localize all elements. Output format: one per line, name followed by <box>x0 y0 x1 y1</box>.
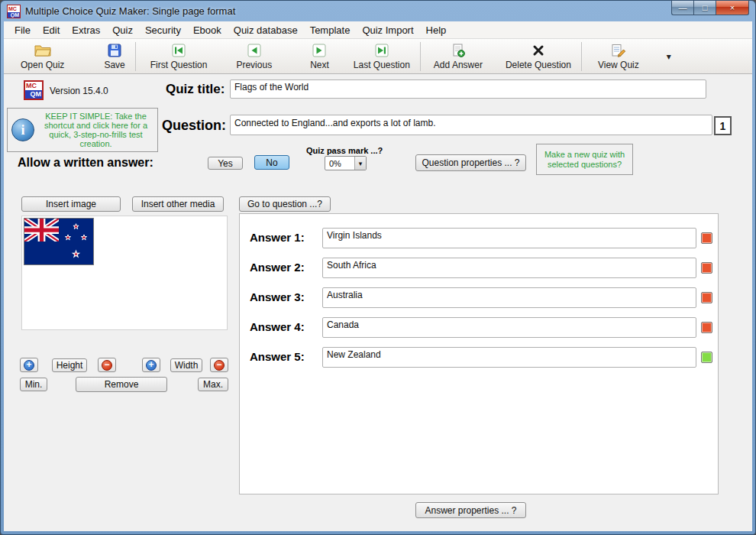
open-quiz-button[interactable]: Open Quiz <box>15 41 70 73</box>
app-logo-top-text: MC <box>25 82 42 90</box>
menu-help[interactable]: Help <box>420 22 453 38</box>
question-properties-button[interactable]: Question properties ... ? <box>415 154 526 171</box>
delete-x-icon <box>531 43 545 58</box>
remove-button[interactable]: Remove <box>76 377 167 392</box>
menu-quiz[interactable]: Quiz <box>106 22 139 38</box>
answer-1-label: Answer 1: <box>250 231 305 244</box>
app-logo-bottom-text: QM <box>25 90 42 99</box>
delete-question-button[interactable]: Delete Question <box>499 41 577 73</box>
menu-security[interactable]: Security <box>139 22 187 38</box>
toolbar-dropdown-arrow-icon[interactable]: ▾ <box>662 48 676 65</box>
title-bar: MC QM Multiple Choice Quiz Maker: Single… <box>4 1 752 21</box>
previous-arrow-icon <box>247 43 261 58</box>
combo-arrow-icon: ▾ <box>354 157 366 170</box>
next-button[interactable]: Next <box>304 41 335 73</box>
minimize-button[interactable]: — <box>671 1 693 15</box>
last-question-button[interactable]: Last Question <box>347 41 416 73</box>
app-icon-top-text: MC <box>8 5 20 12</box>
answer-1-input[interactable] <box>322 228 696 248</box>
menu-extras[interactable]: Extras <box>66 22 106 38</box>
menu-quiz-database[interactable]: Quiz database <box>228 22 304 38</box>
maximize-icon: □ <box>703 3 708 12</box>
previous-button[interactable]: Previous <box>230 41 278 73</box>
open-quiz-label: Open Quiz <box>21 60 64 70</box>
min-button[interactable]: Min. <box>20 378 47 391</box>
quiz-title-input[interactable] <box>230 79 706 99</box>
answer-row: Answer 4: <box>240 317 718 339</box>
answer-3-status-button[interactable] <box>701 292 712 303</box>
written-answer-no-button[interactable]: No <box>254 155 289 170</box>
add-page-icon <box>451 43 465 58</box>
answer-4-label: Answer 4: <box>250 320 305 333</box>
go-to-question-button[interactable]: Go to question ...? <box>239 196 331 212</box>
menu-ebook[interactable]: Ebook <box>187 22 228 38</box>
quiz-title-label: Quiz title: <box>166 82 225 97</box>
version-text: Version 15.4.0 <box>50 86 108 96</box>
next-arrow-icon <box>312 43 326 58</box>
info-icon: i <box>11 118 34 141</box>
save-floppy-icon <box>108 43 121 58</box>
app-logo: MC QM <box>24 80 44 100</box>
answer-3-input[interactable] <box>322 287 696 308</box>
toolbar: Open Quiz Save First Question Previous <box>4 39 752 74</box>
maximize-button[interactable]: □ <box>693 1 716 15</box>
question-number-badge: 1 <box>714 116 732 135</box>
app-icon-bottom-text: QM <box>8 12 20 18</box>
pass-mark-value: 0% <box>325 159 354 168</box>
make-new-quiz-link[interactable]: Make a new quiz with selected questions? <box>536 144 633 175</box>
first-question-label: First Question <box>150 60 208 70</box>
view-quiz-icon <box>611 43 626 58</box>
answer-5-status-button[interactable] <box>701 352 712 363</box>
allow-written-answer-label: Allow a written answer: <box>18 156 153 170</box>
max-button[interactable]: Max. <box>198 378 228 391</box>
open-folder-icon <box>34 43 51 58</box>
answer-3-label: Answer 3: <box>250 290 305 303</box>
answer-2-status-button[interactable] <box>701 262 712 274</box>
menu-quiz-import[interactable]: Quiz Import <box>356 22 419 38</box>
first-arrow-icon <box>172 43 186 58</box>
height-label: Height <box>52 358 87 372</box>
height-decrease-button[interactable]: − <box>98 358 116 372</box>
height-increase-button[interactable]: + <box>20 358 38 372</box>
width-label: Width <box>170 358 202 372</box>
last-arrow-icon <box>375 43 389 58</box>
delete-question-label: Delete Question <box>506 60 571 70</box>
menu-edit[interactable]: Edit <box>37 22 66 38</box>
answer-row: Answer 2: <box>240 258 718 279</box>
last-question-label: Last Question <box>354 60 410 70</box>
save-label: Save <box>104 60 124 70</box>
menu-bar: File Edit Extras Quiz Security Ebook Qui… <box>4 21 752 39</box>
view-quiz-button[interactable]: View Quiz <box>592 41 645 73</box>
insert-other-media-button[interactable]: Insert other media <box>132 196 224 212</box>
answer-4-status-button[interactable] <box>701 322 712 333</box>
view-quiz-label: View Quiz <box>598 60 639 70</box>
answer-4-input[interactable] <box>322 317 696 338</box>
question-input[interactable] <box>230 115 712 135</box>
keep-it-simple-shortcut[interactable]: i KEEP IT SIMPLE: Take the shortcut and … <box>7 108 158 152</box>
plus-icon: + <box>146 360 157 371</box>
add-answer-button[interactable]: Add Answer <box>428 41 489 73</box>
pass-mark-label: Quiz pass mark ...? <box>306 146 383 155</box>
first-question-button[interactable]: First Question <box>144 41 214 73</box>
close-button[interactable]: × <box>716 1 749 15</box>
tip-text: KEEP IT SIMPLE: Take the shortcut and cl… <box>38 112 153 148</box>
toolbar-separator <box>420 42 421 71</box>
insert-image-button[interactable]: Insert image <box>21 196 121 212</box>
answer-1-status-button[interactable] <box>701 232 712 244</box>
answer-5-label: Answer 5: <box>250 350 305 363</box>
plus-icon: + <box>24 360 34 371</box>
width-decrease-button[interactable]: − <box>210 358 228 372</box>
pass-mark-select[interactable]: 0% ▾ <box>325 156 367 170</box>
toolbar-separator <box>581 42 582 71</box>
add-answer-label: Add Answer <box>434 60 483 70</box>
save-button[interactable]: Save <box>98 41 131 73</box>
menu-template[interactable]: Template <box>304 22 357 38</box>
answer-2-input[interactable] <box>322 258 696 278</box>
answer-5-input[interactable] <box>322 347 696 368</box>
client-area: File Edit Extras Quiz Security Ebook Qui… <box>4 21 752 531</box>
width-increase-button[interactable]: + <box>142 358 160 372</box>
app-icon: MC QM <box>7 5 21 18</box>
menu-file[interactable]: File <box>8 22 37 38</box>
written-answer-yes-button[interactable]: Yes <box>208 157 243 170</box>
answer-properties-button[interactable]: Answer properties ... ? <box>415 502 526 518</box>
